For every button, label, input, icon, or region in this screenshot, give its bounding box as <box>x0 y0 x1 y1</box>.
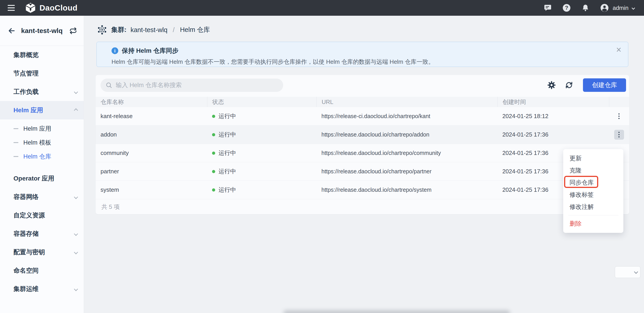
row-context-menu: 更新 克隆 同步仓库 修改标签 修改注解 删除 <box>563 149 623 233</box>
status-dot-icon <box>212 152 215 155</box>
page-size-select[interactable] <box>615 266 640 278</box>
chevron-down-icon <box>74 250 78 254</box>
table-header: 仓库名称 状态 URL 创建时间 <box>96 97 629 107</box>
repo-status: 运行中 <box>207 186 316 194</box>
menu-item-clone[interactable]: 克隆 <box>563 164 623 176</box>
chevron-down-icon <box>74 287 78 291</box>
row-actions-kebab-icon[interactable] <box>614 111 624 121</box>
bottom-edge-shadow <box>284 310 510 313</box>
user-chevron-down-icon <box>632 6 635 10</box>
help-icon[interactable]: ? <box>562 4 571 12</box>
banner-close-icon[interactable]: × <box>616 45 621 54</box>
pagination-bar: 共 5 项 ‹ 1 / 1 <box>96 199 629 214</box>
daocloud-logo-icon <box>25 2 36 14</box>
breadcrumb-prefix: 集群: <box>111 25 126 34</box>
sidebar-subitem-helm-templates[interactable]: Helm 模板 <box>0 136 84 150</box>
avatar <box>600 3 609 12</box>
main-content: 集群: kant-test-wlq / Helm 仓库 i 保持 Helm 仓库… <box>84 16 644 313</box>
sidebar-subitem-helm-repos[interactable]: Helm 仓库 <box>0 150 84 163</box>
sidebar-item-config-secrets[interactable]: 配置与密钥 <box>0 243 84 261</box>
user-name: admin <box>612 5 628 12</box>
toolbar-icons: 创建仓库 <box>547 78 626 92</box>
repo-status: 运行中 <box>207 112 316 120</box>
repo-url: https://release-ci.daocloud.io/chartrepo… <box>316 113 497 119</box>
total-count: 共 5 项 <box>102 203 120 211</box>
breadcrumb: 集群: kant-test-wlq / Helm 仓库 <box>97 25 644 35</box>
repo-created: 2024-01-25 18:12 <box>498 113 609 120</box>
sidebar-item-operator-apps[interactable]: Operator 应用 <box>0 169 84 188</box>
toolbar: 创建仓库 <box>96 75 629 92</box>
repo-url: https://release.daocloud.io/chartrepo/sy… <box>316 187 497 193</box>
table-row-active: addon 运行中 https://release.daocloud.io/ch… <box>96 126 629 144</box>
sidebar-nav: 集群概览 节点管理 工作负载 Helm 应用 Helm 应用 Helm 模板 H… <box>0 46 84 298</box>
breadcrumb-separator: / <box>173 26 174 34</box>
repo-name[interactable]: community <box>96 150 207 157</box>
banner-body: Helm 仓库可能与远端 Helm 仓库数据不一致，您需要手动执行同步仓库操作，… <box>112 58 628 66</box>
row-actions-kebab-icon-active[interactable] <box>614 130 624 140</box>
search-icon <box>106 82 112 89</box>
helm-submenu: Helm 应用 Helm 模板 Helm 仓库 <box>0 119 84 169</box>
breadcrumb-cluster[interactable]: kant-test-wlq <box>130 26 168 34</box>
banner-title: 保持 Helm 仓库同步 <box>122 47 178 55</box>
status-dot-icon <box>212 115 215 118</box>
user-menu[interactable]: admin <box>600 3 634 12</box>
sidebar-item-cluster-ops[interactable]: 集群运维 <box>0 280 84 298</box>
menu-item-update[interactable]: 更新 <box>563 152 623 164</box>
menu-item-edit-labels[interactable]: 修改标签 <box>563 189 623 201</box>
info-banner: i 保持 Helm 仓库同步 Helm 仓库可能与远端 Helm 仓库数据不一致… <box>96 42 628 67</box>
chevron-down-icon <box>74 90 78 94</box>
search-input[interactable] <box>115 82 278 89</box>
switch-cluster-icon[interactable] <box>69 27 77 35</box>
helm-repo-card: 创建仓库 仓库名称 状态 URL 创建时间 kant-release 运行中 h… <box>96 75 629 214</box>
column-header-created: 创建时间 <box>498 97 609 107</box>
breadcrumb-current: Helm 仓库 <box>180 25 210 34</box>
refresh-icon[interactable] <box>564 81 574 90</box>
column-header-actions <box>609 97 629 107</box>
repo-url: https://release.daocloud.io/chartrepo/pa… <box>316 168 497 175</box>
sidebar-item-helm-apps[interactable]: Helm 应用 <box>0 101 84 119</box>
column-header-status: 状态 <box>207 97 316 107</box>
sidebar-item-container-storage[interactable]: 容器存储 <box>0 224 84 243</box>
repo-name[interactable]: system <box>96 186 207 193</box>
sidebar-header: kant-test-wlq <box>0 16 84 46</box>
repo-status: 运行中 <box>207 149 316 157</box>
repo-name[interactable]: kant-release <box>96 113 207 120</box>
dash-icon <box>14 128 18 129</box>
sidebar-item-cluster-overview[interactable]: 集群概览 <box>0 46 84 64</box>
table-row: kant-release 运行中 https://release-ci.daoc… <box>96 107 629 126</box>
sidebar-subitem-helm-apps[interactable]: Helm 应用 <box>0 122 84 136</box>
notifications-bell-icon[interactable] <box>581 4 590 12</box>
menu-item-edit-annotations[interactable]: 修改注解 <box>563 201 623 213</box>
chat-feedback-icon[interactable] <box>544 4 552 12</box>
create-repo-button[interactable]: 创建仓库 <box>583 78 626 92</box>
settings-gear-icon[interactable] <box>547 81 556 90</box>
chevron-down-icon <box>74 232 78 236</box>
hamburger-menu-icon[interactable] <box>8 5 15 11</box>
repo-created: 2024-01-25 17:36 <box>498 131 609 138</box>
status-dot-icon <box>212 170 215 173</box>
column-header-url: URL <box>316 97 497 107</box>
menu-item-delete[interactable]: 删除 <box>563 218 623 230</box>
sidebar: kant-test-wlq 集群概览 节点管理 工作负载 Helm 应用 Hel… <box>0 16 84 313</box>
topbar: DaoCloud ? <box>0 0 644 16</box>
repo-name[interactable]: partner <box>96 168 207 175</box>
repo-status: 运行中 <box>207 131 316 139</box>
search-box <box>100 79 283 92</box>
sidebar-item-container-network[interactable]: 容器网络 <box>0 188 84 206</box>
status-dot-icon <box>212 133 215 136</box>
table-row: system 运行中 https://release.daocloud.io/c… <box>96 181 629 199</box>
sidebar-item-custom-resources[interactable]: 自定义资源 <box>0 206 84 224</box>
back-arrow-icon[interactable] <box>8 27 16 35</box>
daocloud-console: DaoCloud ? <box>0 0 644 313</box>
cluster-name: kant-test-wlq <box>21 27 62 35</box>
dash-icon <box>14 156 18 157</box>
brand-name: DaoCloud <box>40 3 78 12</box>
chevron-down-icon <box>74 195 78 199</box>
sidebar-item-workloads[interactable]: 工作负载 <box>0 83 84 101</box>
sidebar-item-namespaces[interactable]: 命名空间 <box>0 261 84 280</box>
sidebar-item-node-management[interactable]: 节点管理 <box>0 64 84 83</box>
info-icon: i <box>112 47 118 54</box>
menu-item-sync-repo[interactable]: 同步仓库 <box>563 176 623 189</box>
repo-name[interactable]: addon <box>96 131 207 138</box>
chevron-down-icon <box>634 270 638 274</box>
